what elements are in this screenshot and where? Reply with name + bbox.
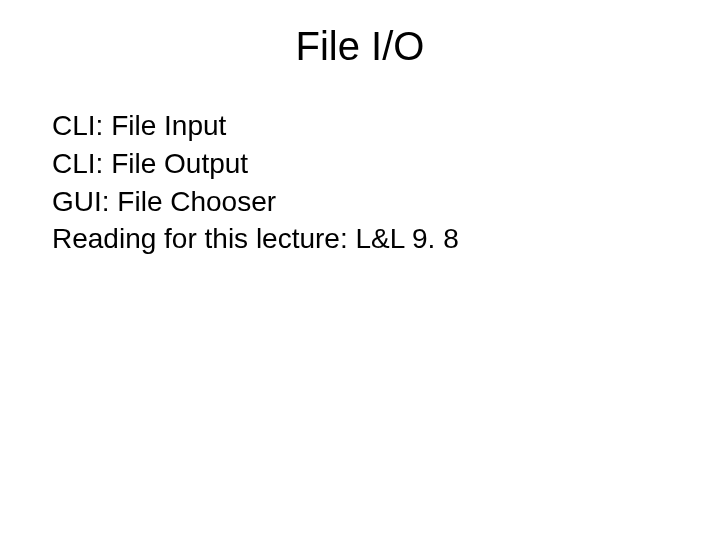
content-line: CLI: File Output xyxy=(52,145,720,183)
content-line: CLI: File Input xyxy=(52,107,720,145)
content-line: Reading for this lecture: L&L 9. 8 xyxy=(52,220,720,258)
slide-content: CLI: File Input CLI: File Output GUI: Fi… xyxy=(0,107,720,258)
content-line: GUI: File Chooser xyxy=(52,183,720,221)
slide-container: File I/O CLI: File Input CLI: File Outpu… xyxy=(0,0,720,540)
slide-title: File I/O xyxy=(0,24,720,69)
